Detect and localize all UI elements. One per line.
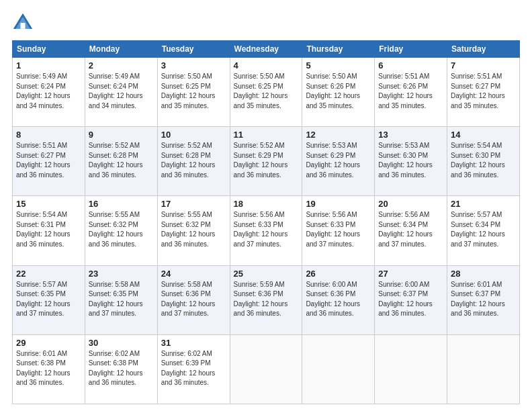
day-number: 14: [451, 130, 516, 140]
day-number: 9: [89, 130, 154, 140]
day-info: Sunrise: 6:02 AMSunset: 6:39 PMDaylight:…: [161, 349, 226, 388]
day-info: Sunrise: 5:51 AMSunset: 6:27 PMDaylight:…: [451, 72, 516, 111]
day-info: Sunrise: 5:57 AMSunset: 6:35 PMDaylight:…: [16, 280, 81, 319]
calendar-cell: 24Sunrise: 5:58 AMSunset: 6:36 PMDayligh…: [157, 265, 230, 334]
day-info: Sunrise: 6:00 AMSunset: 6:36 PMDaylight:…: [306, 280, 371, 319]
calendar-header-row: SundayMondayTuesdayWednesdayThursdayFrid…: [13, 41, 520, 58]
day-info: Sunrise: 5:50 AMSunset: 6:25 PMDaylight:…: [234, 72, 299, 111]
day-number: 10: [161, 130, 226, 140]
calendar-cell: 26Sunrise: 6:00 AMSunset: 6:36 PMDayligh…: [302, 265, 375, 334]
calendar-cell: 5Sunrise: 5:50 AMSunset: 6:26 PMDaylight…: [302, 58, 375, 127]
calendar-week-row: 15Sunrise: 5:54 AMSunset: 6:31 PMDayligh…: [13, 196, 520, 265]
day-number: 2: [89, 60, 154, 71]
calendar-cell: 1Sunrise: 5:49 AMSunset: 6:24 PMDaylight…: [13, 58, 85, 127]
calendar-cell: 8Sunrise: 5:51 AMSunset: 6:27 PMDaylight…: [13, 127, 85, 196]
day-info: Sunrise: 5:58 AMSunset: 6:36 PMDaylight:…: [161, 280, 226, 319]
day-info: Sunrise: 5:50 AMSunset: 6:26 PMDaylight:…: [306, 72, 371, 111]
day-info: Sunrise: 5:50 AMSunset: 6:25 PMDaylight:…: [161, 72, 226, 111]
calendar-cell: 7Sunrise: 5:51 AMSunset: 6:27 PMDaylight…: [447, 58, 520, 127]
page: SundayMondayTuesdayWednesdayThursdayFrid…: [0, 0, 532, 411]
day-info: Sunrise: 5:49 AMSunset: 6:24 PMDaylight:…: [89, 72, 154, 111]
day-info: Sunrise: 6:02 AMSunset: 6:38 PMDaylight:…: [89, 349, 154, 388]
day-number: 15: [16, 199, 81, 209]
calendar-cell: 4Sunrise: 5:50 AMSunset: 6:25 PMDaylight…: [230, 58, 302, 127]
calendar-cell: 9Sunrise: 5:52 AMSunset: 6:28 PMDaylight…: [85, 127, 157, 196]
day-number: 23: [89, 269, 154, 279]
day-info: Sunrise: 5:52 AMSunset: 6:29 PMDaylight:…: [234, 141, 299, 180]
day-info: Sunrise: 5:51 AMSunset: 6:26 PMDaylight:…: [378, 72, 443, 111]
day-number: 13: [378, 130, 443, 140]
calendar-cell: 17Sunrise: 5:55 AMSunset: 6:32 PMDayligh…: [157, 196, 230, 265]
day-number: 11: [234, 130, 299, 140]
logo: [12, 12, 38, 34]
calendar-cell: 3Sunrise: 5:50 AMSunset: 6:25 PMDaylight…: [157, 58, 230, 127]
day-info: Sunrise: 5:56 AMSunset: 6:33 PMDaylight:…: [234, 210, 299, 249]
calendar-cell: 23Sunrise: 5:58 AMSunset: 6:35 PMDayligh…: [85, 265, 157, 334]
calendar-cell: 18Sunrise: 5:56 AMSunset: 6:33 PMDayligh…: [230, 196, 302, 265]
calendar-cell: 20Sunrise: 5:56 AMSunset: 6:34 PMDayligh…: [375, 196, 447, 265]
day-info: Sunrise: 5:56 AMSunset: 6:33 PMDaylight:…: [306, 210, 371, 249]
day-number: 26: [306, 269, 371, 279]
day-info: Sunrise: 5:53 AMSunset: 6:30 PMDaylight:…: [378, 141, 443, 180]
calendar-cell: 31Sunrise: 6:02 AMSunset: 6:39 PMDayligh…: [157, 334, 230, 404]
day-info: Sunrise: 5:53 AMSunset: 6:29 PMDaylight:…: [306, 141, 371, 180]
day-number: 8: [16, 130, 81, 140]
calendar-cell: 13Sunrise: 5:53 AMSunset: 6:30 PMDayligh…: [375, 127, 447, 196]
day-number: 25: [234, 269, 299, 279]
day-number: 6: [378, 60, 443, 71]
day-info: Sunrise: 5:58 AMSunset: 6:35 PMDaylight:…: [89, 280, 154, 319]
day-info: Sunrise: 5:54 AMSunset: 6:30 PMDaylight:…: [451, 141, 516, 180]
calendar-cell: [375, 334, 447, 404]
calendar-week-row: 1Sunrise: 5:49 AMSunset: 6:24 PMDaylight…: [13, 58, 520, 127]
col-header-friday: Friday: [375, 41, 447, 58]
col-header-tuesday: Tuesday: [157, 41, 230, 58]
day-number: 29: [16, 338, 81, 348]
day-info: Sunrise: 6:01 AMSunset: 6:37 PMDaylight:…: [451, 280, 516, 319]
calendar-cell: 30Sunrise: 6:02 AMSunset: 6:38 PMDayligh…: [85, 334, 157, 404]
col-header-sunday: Sunday: [13, 41, 85, 58]
day-info: Sunrise: 5:52 AMSunset: 6:28 PMDaylight:…: [89, 141, 154, 180]
col-header-wednesday: Wednesday: [230, 41, 302, 58]
day-info: Sunrise: 5:59 AMSunset: 6:36 PMDaylight:…: [234, 280, 299, 319]
day-number: 3: [161, 60, 226, 71]
calendar-cell: 29Sunrise: 6:01 AMSunset: 6:38 PMDayligh…: [13, 334, 85, 404]
logo-icon: [12, 12, 34, 34]
day-number: 19: [306, 199, 371, 209]
day-number: 17: [161, 199, 226, 209]
col-header-monday: Monday: [85, 41, 157, 58]
calendar-cell: 28Sunrise: 6:01 AMSunset: 6:37 PMDayligh…: [447, 265, 520, 334]
calendar-cell: 6Sunrise: 5:51 AMSunset: 6:26 PMDaylight…: [375, 58, 447, 127]
col-header-thursday: Thursday: [302, 41, 375, 58]
day-number: 12: [306, 130, 371, 140]
calendar-cell: 11Sunrise: 5:52 AMSunset: 6:29 PMDayligh…: [230, 127, 302, 196]
day-info: Sunrise: 5:56 AMSunset: 6:34 PMDaylight:…: [378, 210, 443, 249]
day-number: 27: [378, 269, 443, 279]
day-info: Sunrise: 5:49 AMSunset: 6:24 PMDaylight:…: [16, 72, 81, 111]
calendar-cell: 2Sunrise: 5:49 AMSunset: 6:24 PMDaylight…: [85, 58, 157, 127]
day-info: Sunrise: 6:01 AMSunset: 6:38 PMDaylight:…: [16, 349, 81, 388]
day-number: 28: [451, 269, 516, 279]
day-info: Sunrise: 6:00 AMSunset: 6:37 PMDaylight:…: [378, 280, 443, 319]
day-number: 30: [89, 338, 154, 348]
calendar-cell: 10Sunrise: 5:52 AMSunset: 6:28 PMDayligh…: [157, 127, 230, 196]
day-info: Sunrise: 5:55 AMSunset: 6:32 PMDaylight:…: [161, 210, 226, 249]
svg-rect-2: [20, 23, 25, 29]
calendar-cell: 16Sunrise: 5:55 AMSunset: 6:32 PMDayligh…: [85, 196, 157, 265]
day-number: 5: [306, 60, 371, 71]
day-number: 16: [89, 199, 154, 209]
calendar-cell: 27Sunrise: 6:00 AMSunset: 6:37 PMDayligh…: [375, 265, 447, 334]
day-number: 24: [161, 269, 226, 279]
day-number: 1: [16, 60, 81, 71]
calendar-cell: 19Sunrise: 5:56 AMSunset: 6:33 PMDayligh…: [302, 196, 375, 265]
calendar-cell: 21Sunrise: 5:57 AMSunset: 6:34 PMDayligh…: [447, 196, 520, 265]
day-number: 4: [234, 60, 299, 71]
day-info: Sunrise: 5:51 AMSunset: 6:27 PMDaylight:…: [16, 141, 81, 180]
calendar-week-row: 29Sunrise: 6:01 AMSunset: 6:38 PMDayligh…: [13, 334, 520, 404]
day-info: Sunrise: 5:57 AMSunset: 6:34 PMDaylight:…: [451, 210, 516, 249]
calendar-cell: [302, 334, 375, 404]
calendar-cell: 15Sunrise: 5:54 AMSunset: 6:31 PMDayligh…: [13, 196, 85, 265]
calendar-week-row: 22Sunrise: 5:57 AMSunset: 6:35 PMDayligh…: [13, 265, 520, 334]
calendar-cell: 22Sunrise: 5:57 AMSunset: 6:35 PMDayligh…: [13, 265, 85, 334]
day-number: 31: [161, 338, 226, 348]
calendar-cell: 12Sunrise: 5:53 AMSunset: 6:29 PMDayligh…: [302, 127, 375, 196]
